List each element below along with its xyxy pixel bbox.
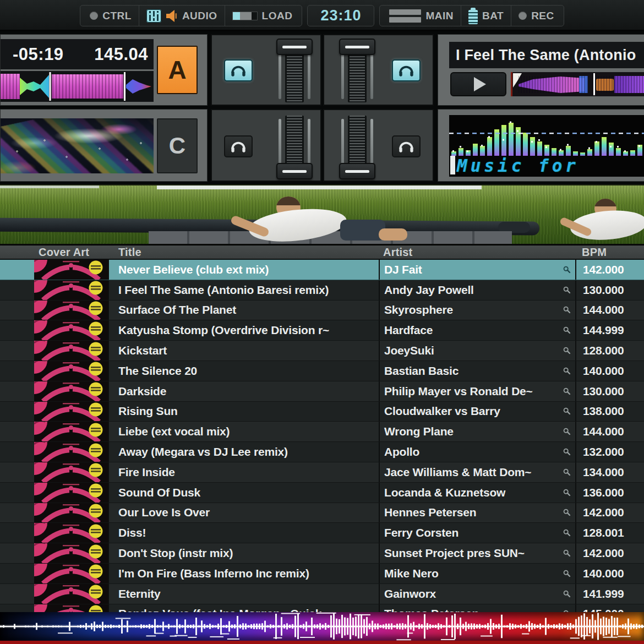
status-group-left: CTRL AUDIO LOAD (80, 5, 302, 26)
track-row[interactable]: Kickstart JoeySuki 128.000 (0, 341, 644, 361)
track-row[interactable]: Diss! Ferry Corsten 128.001 (0, 523, 644, 543)
track-bpm: 141.999 (583, 587, 624, 601)
track-cover-art[interactable] (34, 564, 108, 583)
track-row[interactable]: Eternity Gainworx 141.999 (0, 584, 644, 604)
search-icon[interactable] (563, 326, 571, 334)
deck-c-volume-fader[interactable] (277, 114, 312, 179)
track-row[interactable]: Liebe (ext vocal mix) Wrong Plane 144.00… (0, 422, 644, 442)
track-row[interactable]: Never Believe (club ext mix) DJ Fait 142… (0, 260, 644, 280)
column-header-title[interactable]: Title (108, 246, 379, 259)
search-icon[interactable] (563, 306, 571, 314)
search-icon[interactable] (563, 529, 571, 537)
deck-a-waveform[interactable] (1, 71, 154, 102)
deck-b-waveform[interactable] (511, 72, 644, 96)
track-artist: DJ Fait (384, 263, 422, 276)
deck-c-fader-knob[interactable] (276, 163, 313, 179)
column-header-cover-art[interactable]: Cover Art (34, 246, 108, 259)
track-artist-cell: Andy Jay Powell (379, 280, 575, 300)
row-indent (0, 564, 34, 583)
deck-b-play-button[interactable] (450, 72, 506, 96)
search-icon[interactable] (563, 266, 571, 274)
search-icon[interactable] (563, 549, 571, 557)
search-icon[interactable] (563, 448, 571, 456)
column-header-bpm[interactable]: BPM (575, 246, 644, 259)
search-icon[interactable] (563, 388, 571, 395)
deck-c-cue-headphone-button[interactable] (224, 135, 253, 157)
deck-b-volume-fader[interactable] (340, 39, 375, 103)
search-icon[interactable] (563, 367, 571, 375)
column-header-artist[interactable]: Artist (379, 246, 575, 259)
track-row[interactable]: Away (Megara vs DJ Lee remix) Apollo 132… (0, 442, 644, 462)
track-cover-art[interactable] (34, 301, 108, 320)
deck-d-volume-fader[interactable] (340, 114, 375, 179)
deck-d-fader-knob[interactable] (339, 163, 375, 179)
track-bpm-cell: 144.000 (575, 422, 644, 441)
track-row[interactable]: Katyusha Stomp (Overdrive Division r~ Ha… (0, 320, 644, 341)
photo-person-2 (563, 199, 644, 245)
play-icon (474, 77, 486, 91)
track-title-cell: Our Love Is Over (108, 503, 379, 523)
track-cover-art[interactable] (34, 543, 108, 563)
track-title-cell: Katyusha Stomp (Overdrive Division r~ (108, 320, 379, 340)
track-cover-art[interactable] (34, 523, 108, 543)
deck-a-fader-knob[interactable] (276, 39, 313, 55)
track-row[interactable]: Surface Of The Planet Skyrosphere 144.00… (0, 301, 644, 321)
rec-label: REC (531, 10, 554, 22)
track-cover-art[interactable] (34, 320, 108, 340)
track-cover-art[interactable] (34, 483, 108, 503)
track-row[interactable]: Our Love Is Over Hennes Petersen 142.000 (0, 503, 644, 523)
search-icon[interactable] (563, 407, 571, 415)
search-icon[interactable] (563, 509, 571, 516)
clock-value: 23:10 (320, 7, 361, 24)
headphones-icon (398, 140, 414, 153)
deck-a-letter-button[interactable]: A (157, 46, 198, 94)
track-row[interactable]: Fire Inside Jace Williams & Matt Dom~ 13… (0, 462, 644, 483)
deck-c-letter-button[interactable]: C (157, 118, 198, 173)
track-cover-art[interactable] (34, 584, 108, 604)
search-icon[interactable] (563, 570, 571, 577)
track-row[interactable]: Rising Sun Cloudwalker vs Barry 138.000 (0, 402, 644, 422)
search-icon[interactable] (563, 590, 571, 598)
track-cover-art[interactable] (34, 280, 108, 300)
search-icon[interactable] (563, 468, 571, 476)
deck-a-cue-headphone-button[interactable] (224, 59, 253, 81)
ctrl-label: CTRL (102, 10, 132, 22)
deck-b-fader-knob[interactable] (339, 39, 375, 55)
track-bpm-cell: 140.000 (575, 361, 644, 381)
deck-b-cue-headphone-button[interactable] (392, 59, 421, 81)
track-row[interactable]: I'm On Fire (Bass Inferno Inc remix) Mik… (0, 564, 644, 584)
rec-button[interactable]: REC (511, 6, 561, 26)
analyzed-track-waveform[interactable] (0, 612, 644, 641)
row-indent (0, 523, 34, 543)
deck-a-volume-fader[interactable] (277, 39, 312, 103)
cover-art-thumbnail (34, 280, 108, 300)
search-icon[interactable] (563, 428, 571, 435)
track-row[interactable]: I Feel The Same (Antonio Baresi remix) A… (0, 280, 644, 301)
track-row[interactable]: The Silence 20 Bastian Basic 140.000 (0, 361, 644, 381)
deck-d-cue-headphone-button[interactable] (392, 135, 421, 157)
track-artist: Hennes Petersen (384, 506, 476, 519)
search-icon[interactable] (563, 286, 571, 294)
track-cover-art[interactable] (34, 260, 108, 280)
track-cover-art[interactable] (34, 361, 108, 381)
track-cover-art[interactable] (34, 422, 108, 441)
status-group-right: MAIN BAT REC (379, 5, 564, 26)
search-icon[interactable] (563, 489, 571, 496)
track-bpm: 128.001 (583, 526, 624, 539)
audio-label: AUDIO (182, 10, 217, 22)
track-cover-art[interactable] (34, 462, 108, 482)
track-row[interactable]: Darkside Philip Mayer vs Ronald De~ 130.… (0, 381, 644, 402)
track-cover-art[interactable] (34, 341, 108, 361)
track-title: Kickstart (118, 344, 167, 357)
search-icon[interactable] (563, 347, 571, 354)
track-cover-art[interactable] (34, 402, 108, 422)
deck-c: C (0, 109, 208, 182)
track-cover-art[interactable] (34, 442, 108, 462)
track-bpm-cell: 130.000 (575, 381, 644, 401)
track-row[interactable]: Sound Of Dusk Locanda & Kuznetsow 136.00… (0, 483, 644, 503)
track-cover-art[interactable] (34, 381, 108, 401)
track-artist: Bastian Basic (384, 364, 459, 378)
track-cover-art[interactable] (34, 503, 108, 523)
track-bpm: 144.000 (583, 425, 624, 438)
track-row[interactable]: Don't Stop (instr mix) Sunset Project pr… (0, 543, 644, 564)
